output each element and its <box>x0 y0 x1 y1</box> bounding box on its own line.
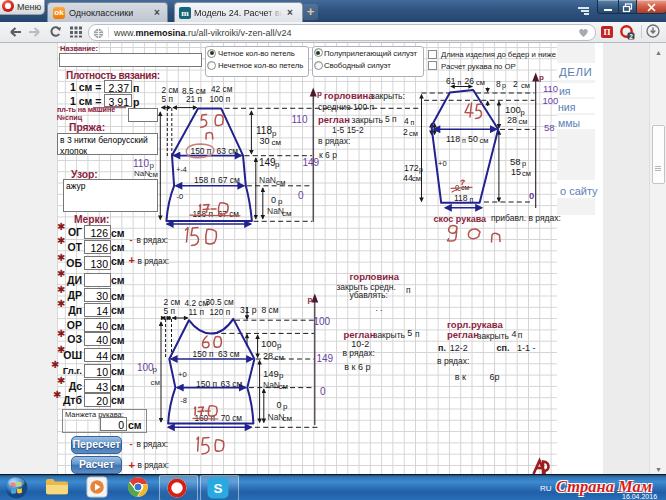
svg-text:п: п <box>458 79 462 86</box>
svg-text:2: 2 <box>629 32 633 39</box>
svg-text:см: см <box>149 170 159 179</box>
svg-text:58: 58 <box>544 122 555 133</box>
svg-text:0: 0 <box>298 190 304 201</box>
svg-text:в рядах:: в рядах: <box>437 356 469 366</box>
svg-text:реглан: реглан <box>318 114 350 125</box>
svg-text:21 п: 21 п <box>186 94 202 104</box>
svg-text:150 п: 150 п <box>191 146 212 156</box>
svg-text:10-2: 10-2 <box>351 339 369 349</box>
svg-text:31 р: 31 р <box>240 305 257 315</box>
svg-text:61: 61 <box>446 76 456 86</box>
svg-text:см: см <box>519 117 528 126</box>
svg-text:4: 4 <box>404 116 409 126</box>
svg-text:160 п: 160 п <box>194 413 215 423</box>
svg-text:5 п: 5 п <box>164 306 175 316</box>
svg-text:26: 26 <box>465 76 475 86</box>
svg-text:см: см <box>522 169 531 178</box>
svg-text:закрыть: закрыть <box>374 330 406 340</box>
svg-text:100: 100 <box>261 338 277 349</box>
svg-text:149: 149 <box>317 353 334 364</box>
svg-text:в рядах:: в рядах: <box>138 256 170 266</box>
svg-text:5 п: 5 п <box>162 94 173 104</box>
svg-text:см: см <box>151 378 161 387</box>
svg-text:2: 2 <box>513 79 518 89</box>
svg-text:р: р <box>275 160 280 169</box>
svg-text:. .: . . <box>375 303 382 313</box>
svg-text:в рядах:: в рядах: <box>137 439 169 449</box>
svg-text:118: 118 <box>446 134 460 144</box>
svg-text:р: р <box>153 365 158 374</box>
svg-text:5 п: 5 п <box>385 114 397 124</box>
svg-text:149: 149 <box>263 368 279 379</box>
svg-text:см: см <box>412 174 421 183</box>
svg-text:150 п: 150 п <box>196 379 218 389</box>
svg-text:100: 100 <box>314 316 331 327</box>
svg-text:67 см: 67 см <box>218 175 240 185</box>
svg-text:110: 110 <box>292 114 308 125</box>
svg-text:в рядах:: в рядах: <box>138 460 170 470</box>
svg-text:149: 149 <box>259 157 276 168</box>
svg-text:158 п: 158 п <box>192 209 213 219</box>
svg-text:63 см: 63 см <box>221 379 243 389</box>
svg-text:118: 118 <box>454 193 468 203</box>
svg-text:р: р <box>522 159 526 168</box>
svg-text:см: см <box>476 78 485 87</box>
svg-text:8 см: 8 см <box>262 305 279 315</box>
svg-text:горловина: горловина <box>324 90 374 101</box>
svg-text:30: 30 <box>260 136 270 146</box>
svg-text:+: + <box>129 254 135 266</box>
svg-text:р: р <box>283 402 288 411</box>
svg-text:110: 110 <box>133 158 149 169</box>
svg-text:скос рукава: скос рукава <box>434 214 488 224</box>
svg-text:NaN: NaN <box>259 175 276 185</box>
svg-text:6р: 6р <box>490 372 500 382</box>
svg-text:15: 15 <box>511 167 521 177</box>
svg-text:0: 0 <box>320 386 326 397</box>
svg-text:см: см <box>521 81 530 90</box>
svg-text:прибавл. в рядах:: прибавл. в рядах: <box>491 213 561 223</box>
svg-text:см: см <box>283 414 293 423</box>
svg-text:+: + <box>129 459 135 471</box>
svg-text:100: 100 <box>543 95 559 106</box>
svg-text:см: см <box>272 138 282 147</box>
svg-text:-: - <box>130 439 133 449</box>
svg-text:+0: +0 <box>178 370 187 379</box>
svg-text:110: 110 <box>543 83 558 94</box>
svg-text:п: п <box>462 137 466 144</box>
svg-text:средние 100 п: средние 100 п <box>318 102 375 112</box>
svg-text:п: п <box>411 119 415 126</box>
svg-text:63 см: 63 см <box>218 349 240 359</box>
svg-text:закрыть:: закрыть: <box>371 91 405 101</box>
svg-text:см: см <box>276 178 286 187</box>
svg-text:в рядах:: в рядах: <box>342 348 374 358</box>
svg-text:в к 6 р: в к 6 р <box>344 362 370 372</box>
svg-text:р: р <box>317 89 322 98</box>
svg-text:р: р <box>150 161 155 170</box>
svg-text:70 см: 70 см <box>221 413 243 423</box>
svg-text:5: 5 <box>407 328 412 338</box>
svg-text:п: п <box>406 285 411 295</box>
svg-text:-: - <box>130 235 133 245</box>
svg-text:8: 8 <box>496 79 501 89</box>
svg-text:закрыть: закрыть <box>478 331 510 341</box>
svg-text:1-5 15-2: 1-5 15-2 <box>332 125 364 135</box>
svg-text:р: р <box>539 73 544 82</box>
svg-text:63 см: 63 см <box>217 146 239 156</box>
svg-text:п: п <box>415 329 420 339</box>
svg-text:158 п: 158 п <box>194 175 216 185</box>
svg-text:см: см <box>275 353 285 362</box>
svg-text:см: см <box>282 209 292 218</box>
svg-text:58: 58 <box>510 156 521 167</box>
svg-text:сп.: сп. <box>497 343 510 353</box>
svg-text:NaN: NaN <box>263 380 280 390</box>
svg-text:172: 172 <box>404 163 419 173</box>
svg-text:п: п <box>470 196 474 203</box>
svg-text:в рядах:: в рядах: <box>318 136 350 146</box>
svg-text:42 см: 42 см <box>211 84 233 94</box>
svg-text:0: 0 <box>271 195 276 205</box>
svg-text:см: см <box>279 382 289 391</box>
svg-text:100: 100 <box>505 104 521 115</box>
svg-text:р: р <box>277 341 282 350</box>
svg-text:149: 149 <box>303 157 320 168</box>
svg-text:см: см <box>480 136 489 145</box>
